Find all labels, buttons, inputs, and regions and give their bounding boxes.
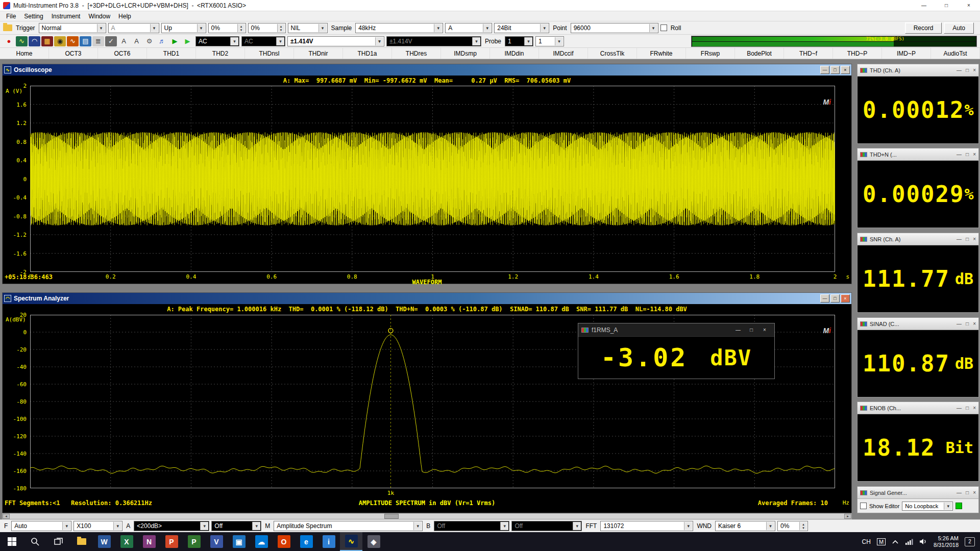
meter-titlebar[interactable]: THD+N (... — □ × xyxy=(857,148,978,161)
menu-setting[interactable]: Setting xyxy=(20,13,47,20)
tab-thd-f[interactable]: THD~f xyxy=(784,48,833,59)
data-logger-icon[interactable]: ▤ xyxy=(80,36,91,46)
ddp-viewer-icon[interactable]: ≣ xyxy=(92,36,104,46)
font-small-icon[interactable]: A xyxy=(118,36,130,46)
tab-imdsmp[interactable]: IMDsmp xyxy=(441,48,490,59)
a-range-select[interactable]: <200dB> xyxy=(134,521,209,531)
taskbar-visio[interactable]: V xyxy=(205,532,228,551)
menu-file[interactable]: File xyxy=(2,13,20,20)
meter-titlebar[interactable]: SINAD (C... — □ × xyxy=(857,318,978,330)
horizontal-scrollbar[interactable]: ◂ ▸ xyxy=(2,513,852,519)
probe-a-select[interactable]: 1 xyxy=(505,36,533,46)
trigger-level-spinner[interactable]: 0% xyxy=(208,23,246,33)
x-zoom-select[interactable]: X100 xyxy=(74,521,122,531)
meter-titlebar[interactable]: SNR (Ch. A) — □ × xyxy=(857,233,978,245)
device-test-plan-icon[interactable]: ✓ xyxy=(105,36,117,46)
minimize-button[interactable]: — xyxy=(957,405,962,411)
minimize-button[interactable]: — xyxy=(957,236,962,242)
loopback-play-icon[interactable]: ▶ xyxy=(182,36,193,46)
play-icon[interactable]: ▶ xyxy=(169,36,181,46)
close-button[interactable]: × xyxy=(958,0,980,11)
f1rms-titlebar[interactable]: f1RMS_A — □ × xyxy=(578,323,774,337)
minimize-button[interactable]: — xyxy=(820,66,829,74)
fft-size-select[interactable]: 131072 xyxy=(600,521,693,531)
maximize-button[interactable]: □ xyxy=(745,325,758,335)
minimize-button[interactable]: — xyxy=(820,294,829,303)
trigger-edge-select[interactable]: Up xyxy=(161,23,206,33)
close-button[interactable]: × xyxy=(973,321,976,327)
signal-generator-icon[interactable]: ∿ xyxy=(67,36,79,46)
oscilloscope-titlebar[interactable]: ∿ Oscilloscope — □ × xyxy=(3,64,851,76)
tab-home[interactable]: Home xyxy=(0,48,49,59)
sample-channel-select[interactable]: A xyxy=(445,23,492,33)
tab-audiotst[interactable]: AudioTst xyxy=(931,48,980,59)
minimize-button[interactable]: — xyxy=(731,325,745,335)
notification-icon[interactable]: 2 xyxy=(965,537,975,546)
tab-thdnir[interactable]: THDnir xyxy=(294,48,343,59)
minimize-button[interactable]: — xyxy=(957,152,962,157)
tab-thd1[interactable]: THD1 xyxy=(147,48,196,59)
a-mode-select[interactable]: Off xyxy=(211,521,261,531)
tray-chevron-icon[interactable] xyxy=(892,539,899,544)
menu-help[interactable]: Help xyxy=(114,13,135,20)
tab-frswp[interactable]: FRswp xyxy=(686,48,735,59)
network-icon[interactable] xyxy=(905,539,913,545)
maximize-button[interactable]: □ xyxy=(966,321,969,327)
start-button[interactable] xyxy=(0,532,23,551)
taskbar-project[interactable]: P xyxy=(183,532,205,551)
volume-icon[interactable] xyxy=(919,538,927,545)
ime-indicator[interactable]: M xyxy=(877,538,886,545)
minimize-button[interactable]: — xyxy=(913,0,935,11)
close-button[interactable]: × xyxy=(973,236,976,242)
menu-instrument[interactable]: Instrument xyxy=(47,13,85,20)
close-button[interactable]: × xyxy=(973,67,976,73)
taskbar-file-explorer[interactable] xyxy=(70,532,93,551)
taskbar-word[interactable]: W xyxy=(93,532,115,551)
spectrum-3d-plot-icon[interactable]: ▦ xyxy=(41,36,53,46)
taskbar-remote-desktop[interactable]: ▣ xyxy=(228,532,250,551)
maximize-button[interactable]: □ xyxy=(830,66,840,74)
run-icon[interactable]: ● xyxy=(3,36,15,46)
tab-imddin[interactable]: IMDdin xyxy=(490,48,539,59)
tab-crosstlk[interactable]: CrossTlk xyxy=(588,48,637,59)
maximize-button[interactable]: □ xyxy=(966,67,969,73)
taskbar-edge[interactable]: e xyxy=(295,532,317,551)
tab-oct6[interactable]: OCT6 xyxy=(98,48,147,59)
scrollbar-thumb[interactable] xyxy=(384,514,399,519)
signal-generator-titlebar[interactable]: Signal Gener... — □ × xyxy=(857,487,978,499)
tab-imdccif[interactable]: IMDccif xyxy=(539,48,588,59)
range-b-select[interactable]: ±1.414V xyxy=(386,36,481,46)
close-button[interactable]: × xyxy=(841,66,850,74)
tab-imd-p[interactable]: IMD~P xyxy=(882,48,931,59)
tab-bodeplot[interactable]: BodePlot xyxy=(735,48,784,59)
minimize-button[interactable]: — xyxy=(957,490,962,495)
close-button[interactable]: × xyxy=(973,405,976,411)
b-mode-select[interactable]: Off xyxy=(511,521,582,531)
close-button[interactable]: × xyxy=(841,294,850,303)
minimize-button[interactable]: — xyxy=(957,321,962,327)
point-count-select[interactable]: 96000 xyxy=(571,23,658,33)
meter-titlebar[interactable]: ENOB (Ch... — □ × xyxy=(857,402,978,414)
task-view-button[interactable] xyxy=(47,532,70,551)
sample-rate-select[interactable]: 48kHz xyxy=(355,23,443,33)
trigger-delay-spinner[interactable]: 0% xyxy=(248,23,286,33)
maximize-button[interactable]: □ xyxy=(966,405,969,411)
tab-oct3[interactable]: OCT3 xyxy=(49,48,98,59)
spectrum-type-select[interactable]: Amplitude Spectrum xyxy=(274,521,423,531)
close-button[interactable]: × xyxy=(973,490,976,495)
taskbar-multi-instrument[interactable]: ∿ xyxy=(340,532,362,551)
scroll-left-arrow-icon[interactable]: ◂ xyxy=(3,514,10,519)
taskbar-info[interactable]: i xyxy=(317,532,340,551)
tab-thdnsl[interactable]: THDnsl xyxy=(245,48,294,59)
multimeter-icon[interactable]: ◉ xyxy=(54,36,66,46)
output-level-spinner[interactable]: 0% xyxy=(777,521,808,531)
close-button[interactable]: × xyxy=(758,325,771,335)
coupling-a-select[interactable]: AC xyxy=(195,36,239,46)
sound-device-icon[interactable]: ♬ xyxy=(156,36,168,46)
maximize-button[interactable]: □ xyxy=(966,236,969,242)
tab-frwhite[interactable]: FRwhite xyxy=(637,48,686,59)
clock[interactable]: 5:26 AM 8/31/2018 xyxy=(934,535,959,548)
sample-bits-select[interactable]: 24Bit xyxy=(494,23,549,33)
settings-wrench-icon[interactable]: ⚙ xyxy=(143,36,155,46)
coupling-b-select[interactable]: AC xyxy=(241,36,285,46)
